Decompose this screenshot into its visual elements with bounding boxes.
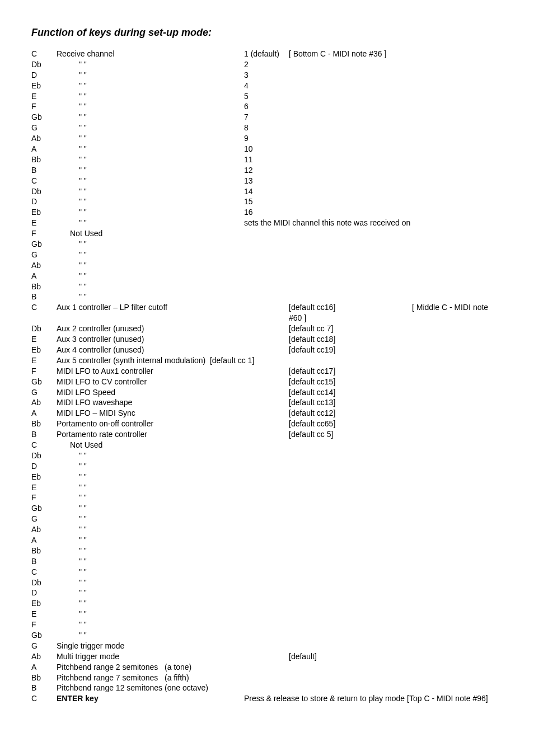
key-cell: E [31, 609, 57, 619]
value-cell [244, 641, 289, 651]
function-cell: Pitchbend range 2 semitones (a tone) [57, 662, 503, 673]
table-row: AbMulti trigger mode[default] [31, 651, 503, 662]
function-cell: Not Used [57, 440, 244, 450]
extra-cell [289, 567, 503, 577]
function-cell: " " [57, 271, 244, 281]
value-cell [244, 323, 289, 334]
key-cell: A [31, 144, 57, 154]
value-cell [244, 524, 289, 535]
value-cell: 6 [244, 101, 289, 112]
key-cell: Bb [31, 154, 57, 165]
value-cell [244, 651, 289, 662]
key-cell: G [31, 387, 57, 398]
value-cell [244, 546, 289, 556]
key-cell: C [31, 49, 57, 59]
value-cell [244, 366, 289, 377]
key-cell: Gb [31, 112, 57, 123]
extra-cell: [default cc12] [289, 408, 503, 419]
function-cell: " " [57, 461, 244, 472]
extra-cell: [ Bottom C - MIDI note #36 ] [289, 49, 503, 59]
function-cell: " " [57, 588, 244, 598]
function-cell: " " [57, 112, 244, 123]
table-row: Eb" " [31, 598, 503, 609]
function-cell: " " [57, 619, 244, 630]
function-cell: " " [57, 472, 244, 482]
table-row: C" "13 [31, 176, 503, 186]
function-cell: " " [57, 154, 244, 165]
function-cell: MIDI LFO – MIDI Sync [57, 408, 244, 419]
value-cell: 1 (default) [244, 49, 289, 59]
extra-cell [289, 546, 503, 556]
table-row: D" "3 [31, 70, 503, 81]
function-cell: MIDI LFO to Aux1 controller [57, 366, 244, 377]
table-row: BPortamento rate controller[default cc 5… [31, 429, 503, 440]
table-row: FMIDI LFO to Aux1 controller[default cc1… [31, 366, 503, 377]
extra-cell [289, 440, 503, 450]
function-cell: Receive channel [57, 49, 244, 59]
key-cell: E [31, 91, 57, 102]
key-cell: D [31, 588, 57, 598]
key-cell: A [31, 535, 57, 546]
value-cell [244, 577, 289, 588]
table-row: Bb" "11 [31, 154, 503, 165]
value-cell [244, 588, 289, 598]
key-cell: B [31, 165, 57, 176]
function-cell: " " [57, 567, 244, 577]
function-cell: " " [57, 207, 244, 218]
value-cell [244, 461, 289, 472]
function-cell: " " [57, 482, 244, 493]
key-cell: G [31, 250, 57, 260]
table-row: DbAux 2 controller (unused)[default cc 7… [31, 323, 503, 334]
extra-cell [289, 271, 503, 281]
value-cell: 11 [244, 154, 289, 165]
page-title: Function of keys during set-up mode: [31, 27, 503, 39]
function-cell: ENTER key [57, 693, 244, 704]
key-cell: Eb [31, 472, 57, 482]
function-cell: " " [57, 70, 244, 81]
value-cell: Press & release to store & return to pla… [244, 693, 503, 704]
table-row: Eb" "4 [31, 81, 503, 91]
key-cell: C [31, 440, 57, 450]
key-cell: E [31, 218, 57, 228]
extra-cell: [default cc65] [289, 419, 503, 429]
value-cell [244, 492, 289, 503]
extra-cell [289, 81, 503, 91]
table-row: AMIDI LFO – MIDI Sync[default cc12] [31, 408, 503, 419]
key-cell: C [31, 302, 57, 323]
value-cell [244, 514, 289, 524]
key-cell: Ab [31, 260, 57, 271]
function-cell: " " [57, 503, 244, 514]
key-cell: E [31, 334, 57, 345]
table-row: D" " [31, 588, 503, 598]
extra-cell [289, 598, 503, 609]
function-cell: Pitchbend range 7 semitones (a fifth) [57, 673, 503, 683]
key-cell: F [31, 619, 57, 630]
function-cell: MIDI LFO to CV controller [57, 377, 244, 387]
value-cell: 10 [244, 144, 289, 154]
table-row: Gb" " [31, 239, 503, 250]
value-cell [244, 556, 289, 567]
function-cell: Aux 4 controller (unused) [57, 345, 244, 355]
function-cell: " " [57, 524, 244, 535]
function-cell: Portamento on-off controller [57, 419, 244, 429]
extra-cell [289, 577, 503, 588]
function-cell: " " [57, 609, 244, 619]
value-cell [244, 250, 289, 260]
function-cell: Aux 1 controller – LP filter cutoff [57, 302, 244, 323]
function-cell: " " [57, 598, 244, 609]
table-row: CENTER keyPress & release to store & ret… [31, 693, 503, 704]
table-row: B" "12 [31, 165, 503, 176]
key-cell: C [31, 567, 57, 577]
extra-cell: [default cc17] [289, 366, 503, 377]
function-cell: " " [57, 133, 244, 144]
function-cell: " " [57, 196, 244, 207]
function-cell: Single trigger mode [57, 641, 244, 651]
table-row: Db" " [31, 450, 503, 461]
key-cell: Ab [31, 651, 57, 662]
table-row: AbMIDI LFO waveshape[default cc13] [31, 397, 503, 408]
key-cell: Eb [31, 81, 57, 91]
key-cell: Db [31, 59, 57, 70]
value-cell [244, 397, 289, 408]
value-cell [244, 472, 289, 482]
key-cell: Bb [31, 546, 57, 556]
